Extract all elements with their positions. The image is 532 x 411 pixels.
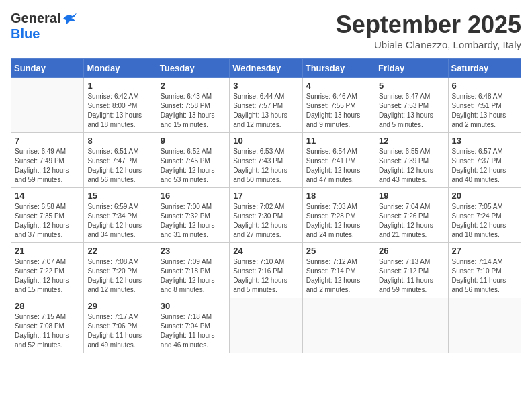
day-number: 5 (379, 81, 444, 91)
day-number: 16 (161, 191, 226, 201)
calendar-day-cell: 13Sunrise: 6:57 AM Sunset: 7:37 PM Dayli… (448, 133, 521, 188)
day-number: 15 (87, 191, 152, 201)
calendar-week-row: 21Sunrise: 7:07 AM Sunset: 7:22 PM Dayli… (11, 243, 521, 298)
calendar-day-header: Wednesday (230, 59, 302, 78)
day-number: 22 (87, 246, 152, 256)
title-section: September 2025 Ubiale Clanezzo, Lombardy… (336, 11, 521, 50)
day-info: Sunrise: 7:17 AM Sunset: 7:06 PM Dayligh… (87, 312, 152, 350)
day-info: Sunrise: 7:08 AM Sunset: 7:20 PM Dayligh… (87, 257, 152, 295)
day-number: 11 (306, 136, 371, 146)
calendar-day-cell: 18Sunrise: 7:03 AM Sunset: 7:28 PM Dayli… (302, 188, 375, 243)
day-info: Sunrise: 6:55 AM Sunset: 7:39 PM Dayligh… (379, 147, 444, 185)
day-info: Sunrise: 6:54 AM Sunset: 7:41 PM Dayligh… (306, 147, 371, 185)
day-info: Sunrise: 6:53 AM Sunset: 7:43 PM Dayligh… (233, 147, 298, 185)
day-number: 29 (87, 301, 152, 311)
day-info: Sunrise: 7:10 AM Sunset: 7:16 PM Dayligh… (233, 257, 298, 295)
logo: General Blue (11, 11, 78, 42)
day-number: 30 (161, 301, 226, 311)
day-number: 9 (161, 136, 226, 146)
calendar-day-cell: 19Sunrise: 7:04 AM Sunset: 7:26 PM Dayli… (375, 188, 448, 243)
calendar-week-row: 7Sunrise: 6:49 AM Sunset: 7:49 PM Daylig… (11, 133, 521, 188)
day-number: 3 (233, 81, 298, 91)
calendar-day-header: Friday (375, 59, 448, 78)
calendar-day-cell (230, 298, 302, 353)
calendar-day-cell: 10Sunrise: 6:53 AM Sunset: 7:43 PM Dayli… (230, 133, 302, 188)
calendar-day-cell: 29Sunrise: 7:17 AM Sunset: 7:06 PM Dayli… (84, 298, 157, 353)
calendar-day-cell: 9Sunrise: 6:52 AM Sunset: 7:45 PM Daylig… (157, 133, 229, 188)
day-info: Sunrise: 6:46 AM Sunset: 7:55 PM Dayligh… (306, 92, 371, 130)
day-info: Sunrise: 7:18 AM Sunset: 7:04 PM Dayligh… (161, 312, 226, 350)
calendar-week-row: 28Sunrise: 7:15 AM Sunset: 7:08 PM Dayli… (11, 298, 521, 353)
calendar-day-cell: 15Sunrise: 6:59 AM Sunset: 7:34 PM Dayli… (84, 188, 157, 243)
calendar-day-cell: 26Sunrise: 7:13 AM Sunset: 7:12 PM Dayli… (375, 243, 448, 298)
page-header: General Blue September 2025 Ubiale Clane… (11, 11, 521, 50)
day-info: Sunrise: 6:51 AM Sunset: 7:47 PM Dayligh… (87, 147, 152, 185)
calendar-day-cell: 23Sunrise: 7:09 AM Sunset: 7:18 PM Dayli… (157, 243, 229, 298)
day-number: 13 (452, 136, 517, 146)
month-title: September 2025 (336, 11, 521, 39)
day-number: 26 (379, 246, 444, 256)
day-number: 21 (15, 246, 80, 256)
calendar-day-cell (302, 298, 375, 353)
day-number: 28 (15, 301, 80, 311)
calendar-day-cell: 1Sunrise: 6:42 AM Sunset: 8:00 PM Daylig… (84, 78, 157, 133)
calendar-day-cell: 6Sunrise: 6:48 AM Sunset: 7:51 PM Daylig… (448, 78, 521, 133)
calendar-day-cell: 3Sunrise: 6:44 AM Sunset: 7:57 PM Daylig… (230, 78, 302, 133)
day-number: 25 (306, 246, 371, 256)
logo-general-text: General (11, 11, 60, 26)
day-number: 19 (379, 191, 444, 201)
day-info: Sunrise: 7:09 AM Sunset: 7:18 PM Dayligh… (161, 257, 226, 295)
day-info: Sunrise: 7:05 AM Sunset: 7:24 PM Dayligh… (452, 202, 517, 240)
calendar-day-cell (448, 298, 521, 353)
calendar-day-cell (11, 78, 84, 133)
day-info: Sunrise: 6:49 AM Sunset: 7:49 PM Dayligh… (15, 147, 80, 185)
day-info: Sunrise: 6:44 AM Sunset: 7:57 PM Dayligh… (233, 92, 298, 130)
calendar-day-header: Sunday (11, 59, 84, 78)
day-number: 8 (87, 136, 152, 146)
calendar-day-cell: 17Sunrise: 7:02 AM Sunset: 7:30 PM Dayli… (230, 188, 302, 243)
logo-bird-icon (62, 12, 78, 26)
location-subtitle: Ubiale Clanezzo, Lombardy, Italy (336, 39, 521, 50)
calendar-day-cell: 5Sunrise: 6:47 AM Sunset: 7:53 PM Daylig… (375, 78, 448, 133)
calendar-day-cell: 22Sunrise: 7:08 AM Sunset: 7:20 PM Dayli… (84, 243, 157, 298)
calendar-day-cell: 21Sunrise: 7:07 AM Sunset: 7:22 PM Dayli… (11, 243, 84, 298)
day-number: 2 (161, 81, 226, 91)
calendar-day-header: Saturday (448, 59, 521, 78)
calendar-day-cell: 24Sunrise: 7:10 AM Sunset: 7:16 PM Dayli… (230, 243, 302, 298)
day-number: 18 (306, 191, 371, 201)
day-info: Sunrise: 6:43 AM Sunset: 7:58 PM Dayligh… (161, 92, 226, 130)
calendar-day-cell: 11Sunrise: 6:54 AM Sunset: 7:41 PM Dayli… (302, 133, 375, 188)
day-number: 20 (452, 191, 517, 201)
calendar-week-row: 14Sunrise: 6:58 AM Sunset: 7:35 PM Dayli… (11, 188, 521, 243)
calendar-day-cell: 25Sunrise: 7:12 AM Sunset: 7:14 PM Dayli… (302, 243, 375, 298)
day-info: Sunrise: 6:42 AM Sunset: 8:00 PM Dayligh… (87, 92, 152, 130)
calendar-day-cell: 30Sunrise: 7:18 AM Sunset: 7:04 PM Dayli… (157, 298, 229, 353)
calendar-day-cell: 7Sunrise: 6:49 AM Sunset: 7:49 PM Daylig… (11, 133, 84, 188)
calendar-day-header: Tuesday (157, 59, 229, 78)
calendar-header-row: SundayMondayTuesdayWednesdayThursdayFrid… (11, 59, 521, 78)
day-number: 4 (306, 81, 371, 91)
day-info: Sunrise: 7:07 AM Sunset: 7:22 PM Dayligh… (15, 257, 80, 295)
day-number: 23 (161, 246, 226, 256)
day-info: Sunrise: 6:52 AM Sunset: 7:45 PM Dayligh… (161, 147, 226, 185)
day-info: Sunrise: 7:15 AM Sunset: 7:08 PM Dayligh… (15, 312, 80, 350)
day-info: Sunrise: 6:58 AM Sunset: 7:35 PM Dayligh… (15, 202, 80, 240)
calendar-day-cell: 14Sunrise: 6:58 AM Sunset: 7:35 PM Dayli… (11, 188, 84, 243)
calendar-week-row: 1Sunrise: 6:42 AM Sunset: 8:00 PM Daylig… (11, 78, 521, 133)
day-number: 27 (452, 246, 517, 256)
calendar-day-cell: 20Sunrise: 7:05 AM Sunset: 7:24 PM Dayli… (448, 188, 521, 243)
day-info: Sunrise: 7:00 AM Sunset: 7:32 PM Dayligh… (161, 202, 226, 240)
calendar-day-cell: 2Sunrise: 6:43 AM Sunset: 7:58 PM Daylig… (157, 78, 229, 133)
day-number: 17 (233, 191, 298, 201)
day-info: Sunrise: 6:47 AM Sunset: 7:53 PM Dayligh… (379, 92, 444, 130)
calendar-day-cell: 12Sunrise: 6:55 AM Sunset: 7:39 PM Dayli… (375, 133, 448, 188)
calendar-day-cell: 28Sunrise: 7:15 AM Sunset: 7:08 PM Dayli… (11, 298, 84, 353)
day-info: Sunrise: 7:04 AM Sunset: 7:26 PM Dayligh… (379, 202, 444, 240)
day-info: Sunrise: 7:02 AM Sunset: 7:30 PM Dayligh… (233, 202, 298, 240)
calendar-day-header: Thursday (302, 59, 375, 78)
calendar-day-cell: 16Sunrise: 7:00 AM Sunset: 7:32 PM Dayli… (157, 188, 229, 243)
day-info: Sunrise: 7:14 AM Sunset: 7:10 PM Dayligh… (452, 257, 517, 295)
day-info: Sunrise: 7:12 AM Sunset: 7:14 PM Dayligh… (306, 257, 371, 295)
logo-blue-text: Blue (11, 26, 40, 42)
calendar-day-cell: 8Sunrise: 6:51 AM Sunset: 7:47 PM Daylig… (84, 133, 157, 188)
